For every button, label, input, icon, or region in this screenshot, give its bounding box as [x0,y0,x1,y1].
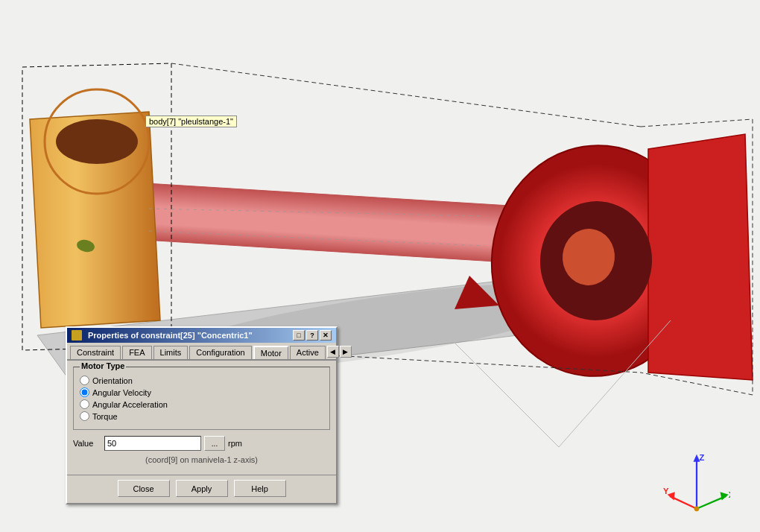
coord-info: (coord[9] on manivela-1 z-axis) [73,455,330,464]
browse-button[interactable]: ... [204,436,225,451]
value-label: Value [73,439,101,448]
torque-radio[interactable] [80,411,89,421]
tab-fea[interactable]: FEA [122,346,151,359]
angular-velocity-label[interactable]: Angular Velocity [92,388,151,397]
motor-type-title: Motor Type [80,361,126,370]
svg-text:X: X [729,490,730,499]
orientation-radio[interactable] [80,376,89,385]
svg-text:Y: Y [663,487,669,495]
angular-acceleration-radio-row: Angular Acceleration [80,399,323,409]
orientation-label[interactable]: Orientation [92,376,133,385]
torque-radio-row: Torque [80,411,323,421]
dialog-title: Properties of constraint[25] "Concentric… [88,331,253,340]
angular-velocity-radio[interactable] [80,387,89,397]
value-input[interactable] [104,436,201,451]
help-button[interactable]: Help [234,480,286,497]
coordinate-axes: Z X Y [663,450,730,517]
svg-point-9 [694,506,700,511]
angular-acceleration-radio[interactable] [80,399,89,409]
tab-motor[interactable]: Motor [253,346,288,359]
orientation-radio-row: Orientation [80,376,323,385]
svg-text:Z: Z [699,453,704,462]
angular-velocity-radio-row: Angular Velocity [80,387,323,397]
tab-configuration[interactable]: Configuration [189,346,251,359]
properties-dialog: Properties of constraint[25] "Concentric… [66,326,338,504]
body-tooltip: body[7] "pleulstange-1" [145,115,237,127]
tab-constraint[interactable]: Constraint [70,346,121,359]
dialog-content: Motor Type Orientation Angular Velocity … [67,361,336,475]
tab-prev-button[interactable]: ◀ [327,346,339,358]
unit-label: rpm [228,439,242,448]
apply-button[interactable]: Apply [176,480,228,497]
titlebar-buttons: □ ? ✕ [293,330,332,341]
tab-active[interactable]: Active [290,346,326,359]
close-titlebar-button[interactable]: ✕ [320,330,332,341]
body-label-text: body[7] "pleulstange-1" [149,117,233,126]
tab-nav-buttons: ◀ ▶ [327,346,352,359]
angular-acceleration-label[interactable]: Angular Acceleration [92,400,168,409]
tab-next-button[interactable]: ▶ [340,346,352,358]
dialog-titlebar: Properties of constraint[25] "Concentric… [67,328,336,343]
value-row: Value ... rpm [73,436,330,451]
dialog-icon [72,330,82,341]
torque-label[interactable]: Torque [92,412,118,421]
dialog-tabs: Constraint FEA Limits Configuration Moto… [67,343,336,361]
motor-type-group: Motor Type Orientation Angular Velocity … [73,367,330,430]
tab-limits[interactable]: Limits [153,346,189,359]
restore-button[interactable]: □ [293,330,305,341]
help-titlebar-button[interactable]: ? [306,330,318,341]
dialog-footer: Close Apply Help [67,475,336,503]
close-button[interactable]: Close [118,480,170,497]
svg-marker-4 [721,492,729,500]
